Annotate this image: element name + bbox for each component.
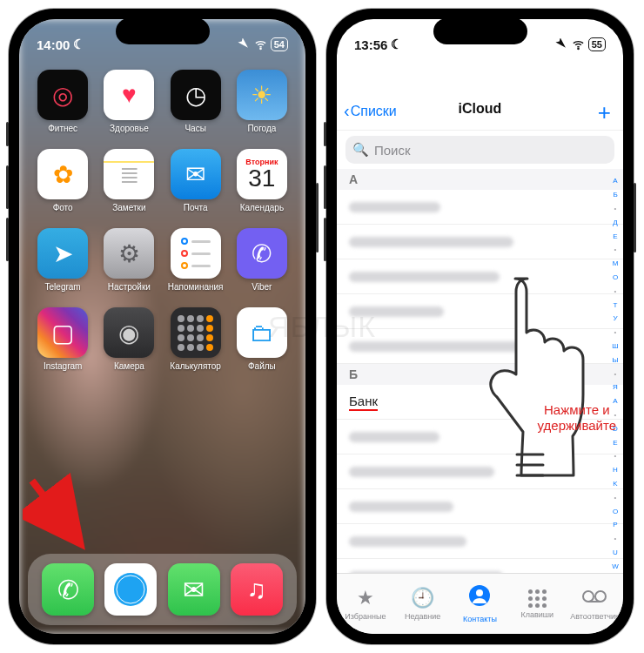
status-time: 13:56 [354, 37, 387, 52]
callout-arrow [23, 473, 101, 551]
callout-text: Нажмите иудерживайте [538, 402, 616, 434]
search-icon: 🔍 [352, 142, 369, 158]
app-notes[interactable]: ≣Заметки [99, 149, 158, 212]
dynamic-island [116, 18, 210, 44]
app-viber[interactable]: ✆Viber [232, 228, 292, 292]
tab-voicemail[interactable]: Автоответчик [566, 574, 623, 634]
photos-icon: ✿ [37, 149, 88, 199]
favorites-icon: ★ [357, 587, 374, 609]
back-button[interactable]: ‹ Списки [344, 101, 397, 121]
app-settings[interactable]: ⚙Настройки [99, 228, 158, 292]
add-contact-button[interactable]: + [598, 99, 611, 126]
app-label: Telegram [45, 282, 81, 292]
app-label: Заметки [112, 203, 145, 212]
calendar-icon: Вторник31 [237, 149, 287, 199]
tab-label: Контакты [463, 615, 497, 623]
section-header: А [337, 169, 623, 190]
viber-icon: ✆ [237, 228, 287, 279]
recents-icon: 🕘 [411, 587, 434, 609]
app-label: Instagram [44, 361, 82, 371]
app-label: Фитнес [48, 124, 77, 133]
battery-indicator: 54 [271, 37, 288, 51]
moon-icon: ☾ [391, 37, 402, 52]
app-photos[interactable]: ✿Фото [33, 149, 92, 212]
person-icon [468, 584, 491, 612]
weather-icon: ☀ [237, 70, 287, 120]
telegram-icon: ➤ [37, 228, 88, 279]
home-grid: ◎Фитнес♥Здоровье◷Часы☀Погода✿Фото≣Заметк… [19, 61, 305, 371]
search-placeholder: Поиск [374, 143, 411, 158]
voicemail-icon [582, 587, 607, 609]
search-input[interactable]: 🔍 Поиск [345, 136, 614, 164]
airplane-icon [238, 38, 251, 51]
instagram-icon: ▢ [37, 307, 88, 358]
navbar: ‹ Списки iCloud + [337, 61, 623, 131]
tab-label: Клавиши [521, 610, 554, 619]
contact-row[interactable] [337, 190, 623, 225]
chevron-left-icon: ‹ [344, 101, 350, 121]
app-clock[interactable]: ◷Часы [166, 70, 225, 133]
app-label: Камера [114, 361, 144, 371]
dock-phone[interactable]: ✆ [42, 563, 94, 616]
back-label: Списки [351, 104, 397, 119]
pointing-hand-icon [475, 272, 588, 498]
app-label: Калькулятор [170, 361, 221, 371]
app-telegram[interactable]: ➤Telegram [33, 228, 92, 292]
contact-row[interactable] [337, 524, 623, 559]
svg-point-0 [260, 48, 261, 49]
notes-icon: ≣ [104, 149, 154, 199]
svg-point-9 [476, 589, 483, 596]
status-time: 14:00 [37, 37, 70, 52]
app-label: Фото [53, 203, 73, 212]
dock-safari[interactable] [104, 563, 157, 616]
tab-contacts[interactable]: Контакты [452, 574, 509, 634]
calculator-icon [171, 307, 221, 358]
tab-keypad[interactable]: Клавиши [508, 574, 566, 634]
phone-home: 14:00 ☾ 54 ◎Фитнес♥Здоровье◷Часы☀Погода✿… [9, 9, 316, 644]
app-label: Часы [184, 124, 205, 133]
tab-label: Автоответчик [570, 612, 619, 621]
wifi-icon [254, 38, 267, 51]
airplane-icon [555, 38, 568, 51]
app-camera[interactable]: ◉Камера [99, 307, 158, 371]
dock-music[interactable]: ♫ [231, 563, 283, 616]
wifi-icon [572, 38, 585, 51]
svg-point-11 [595, 591, 606, 602]
keypad-icon [528, 589, 547, 608]
app-fitness[interactable]: ◎Фитнес [33, 70, 92, 133]
svg-point-10 [583, 591, 594, 602]
moon-icon: ☾ [73, 37, 84, 52]
fitness-icon: ◎ [37, 70, 88, 120]
app-files[interactable]: 🗀Файлы [232, 307, 292, 371]
app-calculator[interactable]: Калькулятор [166, 307, 225, 371]
reminders-icon [171, 228, 221, 279]
app-health[interactable]: ♥Здоровье [99, 70, 158, 133]
tab-favorites[interactable]: ★Избранные [337, 574, 394, 634]
phone-contacts: 13:56 ☾ 55 ‹ Списки iCloud + 🔍 [326, 9, 634, 644]
app-label: Напоминания [168, 282, 224, 292]
camera-icon: ◉ [104, 307, 154, 358]
app-label: Настройки [108, 282, 151, 292]
app-reminders[interactable]: Напоминания [166, 228, 225, 292]
tab-label: Избранные [345, 612, 386, 621]
dock-messages[interactable]: ✉ [168, 563, 220, 616]
dynamic-island [433, 18, 527, 44]
app-label: Календарь [240, 203, 284, 212]
app-label: Погода [247, 124, 276, 133]
clock-icon: ◷ [171, 70, 221, 120]
files-icon: 🗀 [237, 307, 287, 358]
app-mail[interactable]: ✉Почта [166, 149, 225, 212]
app-calendar[interactable]: Вторник31Календарь [232, 149, 292, 212]
app-instagram[interactable]: ▢Instagram [33, 307, 92, 371]
index-bar[interactable]: АБ•ДЕ•МО•TУ•ШЫ•ЯA•DE•HK•OP•UW• [609, 169, 621, 592]
mail-icon: ✉ [171, 149, 221, 199]
svg-line-3 [32, 481, 68, 528]
contact-row[interactable] [337, 225, 623, 259]
app-weather[interactable]: ☀Погода [232, 70, 292, 133]
tab-bar: ★Избранные🕘НедавниеКонтактыКлавишиАвтоот… [337, 573, 623, 634]
tab-label: Недавние [405, 612, 440, 621]
dock: ✆✉♫ [28, 554, 297, 625]
tab-recents[interactable]: 🕘Недавние [394, 574, 452, 634]
svg-point-4 [578, 48, 579, 49]
app-label: Здоровье [110, 124, 149, 133]
